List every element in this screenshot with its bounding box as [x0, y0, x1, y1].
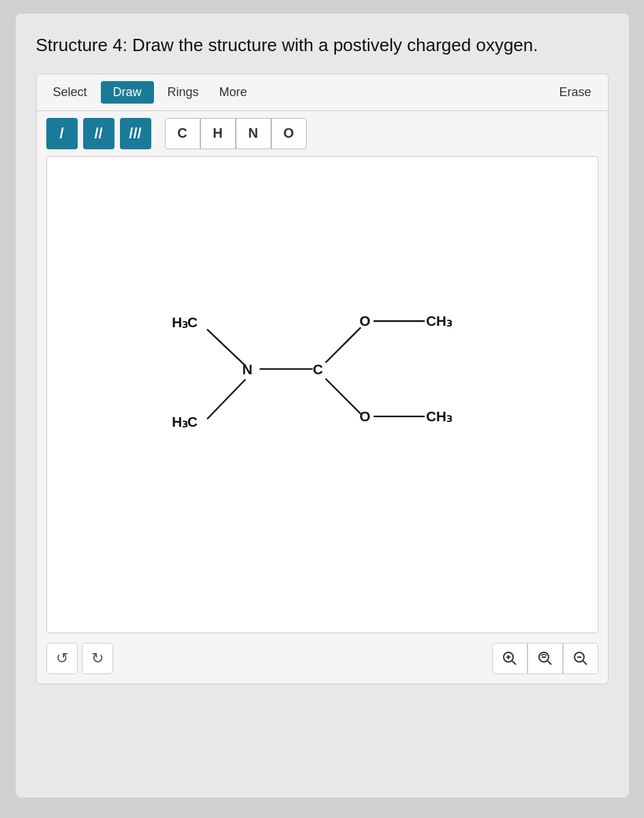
svg-text:N: N: [242, 361, 252, 377]
svg-line-14: [206, 379, 245, 419]
undo-redo-controls: ↺ ↻: [46, 643, 113, 674]
tool-panel: Select Draw Rings More Erase / // /// C …: [36, 74, 609, 684]
draw-tool[interactable]: Draw: [101, 81, 154, 104]
double-bond-button[interactable]: //: [83, 118, 114, 149]
zoom-in-button[interactable]: [492, 643, 527, 674]
triple-bond-button[interactable]: ///: [120, 118, 151, 149]
drawing-area[interactable]: H₃C N C O CH₃ O: [46, 156, 598, 633]
hydrogen-button[interactable]: H: [200, 118, 236, 149]
svg-line-1: [206, 329, 245, 366]
svg-text:CH₃: CH₃: [426, 312, 453, 328]
svg-text:O: O: [359, 312, 370, 328]
svg-text:O: O: [359, 408, 370, 424]
svg-point-19: [507, 656, 509, 658]
atom-toolbar: / // /// C H N O: [37, 111, 608, 156]
oxygen-button[interactable]: O: [271, 118, 307, 149]
bond-buttons: / // ///: [46, 118, 151, 149]
svg-text:CH₃: CH₃: [426, 408, 453, 424]
zoom-controls: [492, 643, 598, 674]
bottom-toolbar: ↺ ↻: [37, 643, 608, 684]
zoom-reset-icon: [538, 651, 553, 666]
svg-line-9: [325, 378, 361, 414]
svg-text:H₃C: H₃C: [172, 314, 198, 330]
svg-line-25: [583, 661, 587, 665]
erase-tool[interactable]: Erase: [552, 82, 598, 102]
zoom-out-button[interactable]: [563, 643, 598, 674]
rings-tool[interactable]: Rings: [161, 82, 206, 102]
redo-button[interactable]: ↻: [82, 643, 113, 674]
svg-line-22: [547, 661, 551, 665]
undo-button[interactable]: ↺: [46, 643, 78, 674]
svg-text:H₃C: H₃C: [172, 414, 198, 429]
single-bond-button[interactable]: /: [46, 118, 78, 149]
svg-text:C: C: [312, 361, 322, 377]
carbon-button[interactable]: C: [165, 118, 200, 149]
select-tool[interactable]: Select: [46, 82, 94, 102]
zoom-in-icon: [502, 651, 517, 666]
molecule-svg: H₃C N C O CH₃ O: [47, 157, 598, 633]
zoom-reset-button[interactable]: [527, 643, 563, 674]
atom-buttons: C H N O: [165, 118, 307, 149]
page-title: Structure 4: Draw the structure with a p…: [36, 34, 609, 57]
main-container: Structure 4: Draw the structure with a p…: [16, 14, 629, 798]
more-tool[interactable]: More: [213, 82, 254, 102]
zoom-out-icon: [573, 651, 588, 666]
nitrogen-button[interactable]: N: [236, 118, 271, 149]
svg-line-5: [325, 327, 361, 363]
svg-line-18: [512, 661, 516, 665]
top-toolbar: Select Draw Rings More Erase: [37, 74, 608, 111]
